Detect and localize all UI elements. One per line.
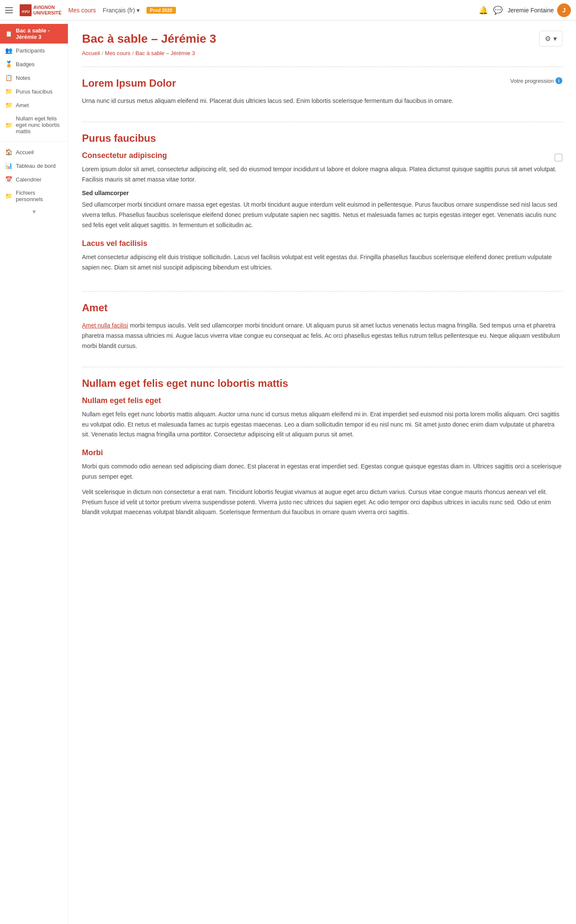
chat-icon[interactable]: 💬 [493, 6, 503, 15]
consectetur-body: Lorem ipsum dolor sit amet, consectetur … [82, 164, 562, 185]
section-purus-title: Purus faucibus [82, 132, 562, 144]
gear-icon: ⚙ [545, 35, 551, 43]
sidebar-item-fichiers[interactable]: 📁 Fichiers personnels [0, 186, 68, 206]
sidebar: 📋 Bac à sable - Jérémie 3 👥 Participants… [0, 20, 68, 924]
gear-settings-button[interactable]: ⚙ ▾ [539, 31, 562, 47]
folder-icon-3: 📁 [5, 122, 12, 129]
main-content-area: Bac à sable – Jérémie 3 ⚙ ▾ Accueil / Me… [68, 20, 576, 924]
files-icon: 📁 [5, 193, 12, 199]
page-header: Bac à sable – Jérémie 3 ⚙ ▾ [82, 31, 562, 47]
section-amet-title: Amet [82, 302, 562, 314]
sed-ullamcorper-body: Sed ullamcorper morbi tincidunt ornare m… [82, 200, 562, 230]
sidebar-item-calendrier[interactable]: 📅 Calendrier [0, 173, 68, 186]
prod-badge: Prod 2020 [146, 7, 176, 14]
sidebar-item-amet[interactable]: 📁 Amet [0, 98, 68, 112]
chevron-down-icon: ▾ [137, 7, 140, 14]
logo-text: AVIGNON UNIVERSITÉ [33, 5, 61, 15]
logo-icon: AVU [20, 4, 32, 16]
breadcrumb-sep-2: / [132, 50, 134, 56]
notifications-icon[interactable]: 🔔 [479, 6, 488, 15]
hamburger-menu[interactable] [5, 7, 13, 13]
sidebar-item-nullam[interactable]: 📁 Nullam eget felis eget nunc lobortis m… [0, 112, 68, 138]
morbi-body-2: Velit scelerisque in dictum non consecte… [82, 487, 562, 518]
subsection-lacus-title: Lacus vel facilisis [82, 239, 562, 248]
breadcrumb: Accueil / Mes cours / Bac à sable – Jéré… [82, 50, 562, 56]
breadcrumb-current: Bac à sable – Jérémie 3 [135, 50, 195, 56]
progression-info-icon[interactable]: i [556, 77, 562, 84]
top-navigation: AVU AVIGNON UNIVERSITÉ Mes cours Françai… [0, 0, 576, 20]
subsection-consectetur: Consectetur adipiscing Lorem ipsum dolor… [82, 151, 562, 231]
section-nullam: Nullam eget felis eget nunc lobortis mat… [82, 367, 562, 536]
user-name: Jeremie Fontaine [508, 7, 554, 14]
sidebar-item-badges[interactable]: 🏅 Badges [0, 57, 68, 71]
sidebar-item-participants[interactable]: 👥 Participants [0, 44, 68, 57]
sidebar-item-purus-faucibus[interactable]: 📁 Purus faucibus [0, 85, 68, 98]
breadcrumb-mes-cours[interactable]: Mes cours [105, 50, 131, 56]
site-logo: AVU AVIGNON UNIVERSITÉ [20, 4, 61, 16]
breadcrumb-accueil[interactable]: Accueil [82, 50, 100, 56]
amet-body: Amet nulla facilisi morbi tempus iaculis… [82, 321, 562, 351]
sidebar-item-tableau-bord[interactable]: 📊 Tableau de bord [0, 159, 68, 173]
section-lorem-header: Lorem Ipsum Dolor Votre progression i [82, 77, 562, 89]
scroll-indicator: ▾ [0, 206, 68, 217]
course-icon: 📋 [5, 30, 12, 37]
sidebar-item-course-home[interactable]: 📋 Bac à sable - Jérémie 3 [0, 24, 68, 44]
nullam-sub-body: Nullam eget felis eget nunc lobortis mat… [82, 409, 562, 440]
lacus-body: Amet consectetur adipiscing elit duis tr… [82, 252, 562, 273]
section-lorem: Lorem Ipsum Dolor Votre progression i Ur… [82, 67, 562, 122]
subsection-morbi: Morbi Morbi quis commodo odio aenean sed… [82, 448, 562, 518]
subsection-nullam-sub-title: Nullam eget felis eget [82, 396, 562, 405]
subsection-morbi-title: Morbi [82, 448, 562, 457]
section-lorem-title: Lorem Ipsum Dolor [82, 77, 176, 89]
breadcrumb-sep-1: / [102, 50, 103, 56]
section-amet: Amet Amet nulla facilisi morbi tempus ia… [82, 291, 562, 366]
folder-icon-2: 📁 [5, 102, 12, 108]
amet-nulla-link[interactable]: Amet nulla facilisi [82, 322, 128, 329]
morbi-body-1: Morbi quis commodo odio aenean sed adipi… [82, 462, 562, 482]
sidebar-item-notes[interactable]: 📋 Notes [0, 71, 68, 85]
subsection-consectetur-title: Consectetur adipiscing [82, 151, 167, 160]
page-title: Bac à sable – Jérémie 3 [82, 32, 216, 46]
sidebar-item-accueil[interactable]: 🏠 Accueil [0, 145, 68, 159]
avatar: J [557, 3, 571, 17]
notes-icon: 📋 [5, 74, 12, 81]
language-selector[interactable]: Français (fr) ▾ [103, 7, 140, 14]
sidebar-divider [0, 141, 68, 142]
progression-label: Votre progression i [510, 77, 562, 84]
lorem-body-text: Urna nunc id cursus metus aliquam eleife… [82, 96, 562, 106]
mes-cours-link[interactable]: Mes cours [68, 7, 96, 14]
sed-ullamcorper-heading: Sed ullamcorper [82, 190, 562, 196]
badges-icon: 🏅 [5, 61, 12, 67]
dashboard-icon: 📊 [5, 162, 12, 169]
main-layout: 📋 Bac à sable - Jérémie 3 👥 Participants… [0, 20, 576, 924]
section-nullam-title: Nullam eget felis eget nunc lobortis mat… [82, 377, 562, 389]
subsection-nullam-sub: Nullam eget felis eget Nullam eget felis… [82, 396, 562, 440]
calendar-icon: 📅 [5, 176, 12, 183]
home-icon: 🏠 [5, 149, 12, 155]
consectetur-checkbox[interactable] [555, 154, 562, 161]
gear-dropdown-arrow: ▾ [553, 35, 557, 43]
subsection-consectetur-header: Consectetur adipiscing [82, 151, 562, 164]
folder-icon-1: 📁 [5, 88, 12, 95]
section-purus: Purus faucibus Consectetur adipiscing Lo… [82, 122, 562, 292]
svg-text:AVU: AVU [22, 9, 29, 14]
user-menu[interactable]: Jeremie Fontaine J [508, 3, 571, 17]
participants-icon: 👥 [5, 47, 12, 54]
subsection-lacus: Lacus vel facilisis Amet consectetur adi… [82, 239, 562, 273]
